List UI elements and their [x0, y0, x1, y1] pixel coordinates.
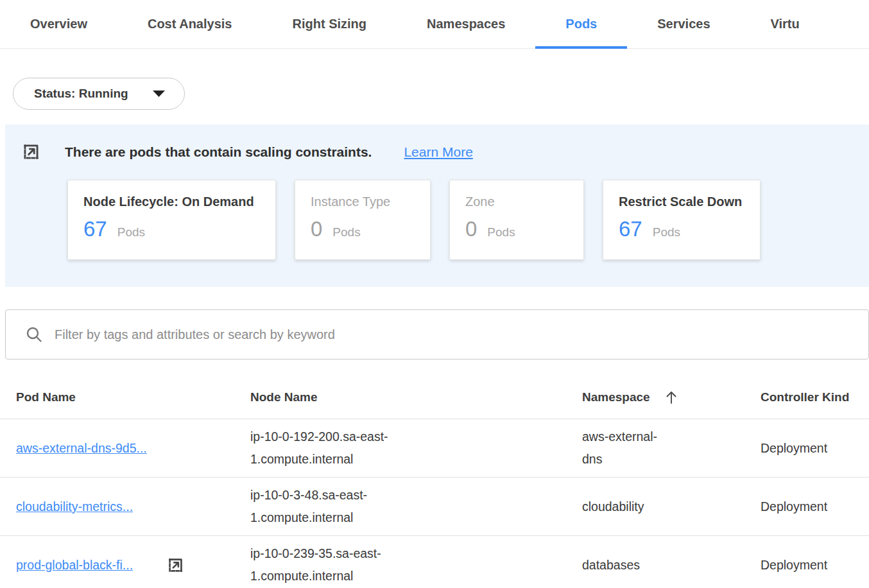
pod-name-link[interactable]: aws-external-dns-9d5... [16, 441, 147, 456]
card-title: Instance Type [311, 195, 415, 209]
card-title: Restrict Scale Down [619, 195, 744, 209]
tab-virtual[interactable]: Virtu [741, 0, 830, 48]
column-header-controller-kind[interactable]: Controller Kind [761, 390, 869, 404]
column-header-node-name[interactable]: Node Name [250, 390, 582, 404]
column-header-label: Namespace [582, 390, 650, 404]
constraint-cards: Node Lifecycle: On Demand 67 Pods Instan… [67, 180, 869, 260]
column-header-pod-name[interactable]: Pod Name [0, 390, 250, 404]
namespace-cell: cloudability [582, 489, 761, 524]
node-name-cell: ip-10-0-239-35.sa-east-1.compute.interna… [250, 536, 582, 588]
search-input[interactable] [55, 327, 856, 342]
tab-pods[interactable]: Pods [535, 0, 627, 48]
pods-table: Pod Name Node Name Namespace Controller … [0, 359, 869, 588]
card-unit: Pods [117, 225, 145, 239]
tab-overview[interactable]: Overview [0, 0, 117, 48]
scaling-constraints-banner: There are pods that contain scaling cons… [5, 125, 869, 287]
card-instance-type[interactable]: Instance Type 0 Pods [295, 180, 431, 260]
table-row: prod-global-black-fi... ip-10-0-239-35.s… [0, 536, 869, 588]
namespace-cell: aws-external-dns [582, 419, 761, 477]
node-name-text: ip-10-0-3-48.sa-east-1.compute.internal [250, 484, 412, 529]
arrow-up-icon [664, 390, 678, 405]
card-value: 0 [311, 217, 322, 241]
pod-name-link[interactable]: cloudability-metrics... [16, 499, 133, 514]
tab-services[interactable]: Services [627, 0, 740, 48]
pod-name-cell: aws-external-dns-9d5... [0, 435, 250, 462]
controller-kind-cell: Deployment [761, 493, 869, 521]
namespace-cell: databases [582, 548, 761, 583]
status-filter-dropdown[interactable]: Status: Running [13, 78, 185, 110]
card-restrict-scale-down[interactable]: Restrict Scale Down 67 Pods [603, 180, 761, 260]
tab-cost-analysis[interactable]: Cost Analysis [117, 0, 262, 48]
table-row: aws-external-dns-9d5... ip-10-0-192-200.… [0, 419, 869, 478]
caret-down-icon [153, 91, 165, 98]
learn-more-link[interactable]: Learn More [404, 144, 472, 160]
card-unit: Pods [487, 225, 515, 239]
banner-header: There are pods that contain scaling cons… [21, 142, 869, 162]
namespace-text: databases [582, 554, 640, 576]
pod-name-cell: prod-global-black-fi... [0, 549, 250, 581]
node-name-text: ip-10-0-239-35.sa-east-1.compute.interna… [250, 542, 412, 587]
scale-out-icon [21, 142, 41, 162]
card-unit: Pods [653, 225, 680, 239]
card-value-row: 0 Pods [465, 217, 568, 241]
namespace-text: aws-external-dns [582, 426, 667, 471]
node-name-cell: ip-10-0-192-200.sa-east-1.compute.intern… [250, 419, 582, 477]
controller-kind-cell: Deployment [761, 551, 869, 579]
card-zone[interactable]: Zone 0 Pods [449, 180, 584, 260]
node-name-cell: ip-10-0-3-48.sa-east-1.compute.internal [250, 478, 582, 535]
card-value-row: 0 Pods [311, 217, 415, 241]
pod-name-cell: cloudability-metrics... [0, 493, 250, 521]
card-value: 0 [465, 217, 477, 241]
search-bar [5, 309, 869, 359]
column-header-namespace[interactable]: Namespace [582, 390, 761, 405]
table-header-row: Pod Name Node Name Namespace Controller … [0, 359, 869, 419]
pod-name-link[interactable]: prod-global-black-fi... [16, 558, 133, 573]
banner-message: There are pods that contain scaling cons… [65, 144, 372, 160]
controller-kind-cell: Deployment [761, 435, 869, 462]
card-title: Node Lifecycle: On Demand [83, 195, 260, 209]
table-row: cloudability-metrics... ip-10-0-3-48.sa-… [0, 478, 869, 536]
card-unit: Pods [332, 225, 360, 239]
tab-bar: Overview Cost Analysis Right Sizing Name… [0, 0, 869, 49]
scale-out-icon [166, 556, 185, 575]
search-icon [25, 325, 43, 343]
node-name-text: ip-10-0-192-200.sa-east-1.compute.intern… [250, 426, 412, 471]
card-title: Zone [465, 195, 568, 209]
card-value-row: 67 Pods [619, 217, 744, 241]
status-filter-label: Status: Running [34, 87, 128, 101]
tab-namespaces[interactable]: Namespaces [397, 0, 535, 48]
card-value: 67 [83, 217, 107, 241]
card-value: 67 [619, 217, 642, 241]
tab-right-sizing[interactable]: Right Sizing [262, 0, 397, 48]
filter-row: Status: Running [13, 78, 869, 110]
card-value-row: 67 Pods [83, 217, 260, 241]
namespace-text: cloudability [582, 496, 644, 518]
card-node-lifecycle[interactable]: Node Lifecycle: On Demand 67 Pods [67, 180, 276, 260]
